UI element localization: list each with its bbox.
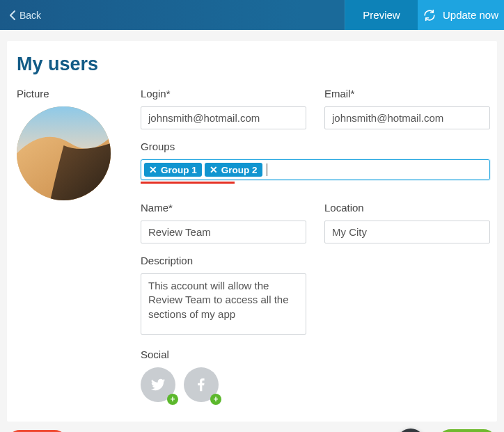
facebook-button[interactable]: + [184,367,219,402]
refresh-icon [423,9,436,22]
login-field: Login* [141,88,306,129]
groups-input-wrap[interactable]: ✕ Group 1 ✕ Group 2 [141,159,490,180]
location-field: Location [324,202,490,243]
location-label: Location [324,202,490,214]
group-tag: ✕ Group 2 [205,163,262,177]
avatar[interactable] [17,106,111,200]
group-tag: ✕ Group 1 [144,163,202,177]
page-title: My users [17,54,487,75]
login-input[interactable] [141,106,306,129]
name-label: Name* [141,202,306,214]
preview-button[interactable]: Preview [345,0,418,30]
chevron-left-icon [10,10,15,20]
preview-label: Preview [363,9,400,21]
help-chat-button[interactable]: ? [397,429,425,432]
name-field: Name* [141,202,306,243]
group-tag-label: Group 2 [221,165,258,175]
login-label: Login* [141,88,306,99]
groups-text-input[interactable] [270,163,487,177]
delete-button[interactable]: Delete [7,430,68,433]
social-label: Social [141,349,306,360]
back-label: Back [19,10,41,21]
update-now-button[interactable]: Update now [418,0,504,30]
twitter-icon [150,377,166,392]
picture-label: Picture [17,88,135,99]
name-input[interactable] [141,221,306,243]
description-input[interactable] [141,273,306,335]
groups-label: Groups [141,141,490,152]
description-label: Description [141,255,306,266]
remove-tag-icon[interactable]: ✕ [149,164,157,175]
save-button[interactable]: Save [437,429,497,433]
social-icons-row: + + [141,367,306,402]
validation-underline [141,182,235,184]
email-input[interactable] [324,106,490,129]
avatar-image [17,106,111,200]
back-button[interactable]: Back [0,0,51,30]
topbar-spacer [51,0,345,30]
top-bar: Back Preview Update now [0,0,504,30]
email-field: Email* [324,88,490,129]
plus-badge-icon: + [210,394,221,405]
email-label: Email* [324,88,490,99]
twitter-button[interactable]: + [141,367,175,402]
location-input[interactable] [324,221,490,243]
picture-column: Picture [17,88,135,413]
groups-field: Groups ✕ Group 1 ✕ Group 2 [141,141,490,184]
group-tag-label: Group 1 [161,165,197,175]
fields-column: Login* Email* Groups ✕ Group 1 [141,88,490,413]
remove-tag-icon[interactable]: ✕ [210,164,218,175]
facebook-icon [194,377,209,392]
footer: Delete ? Save [7,429,497,432]
update-label: Update now [443,9,498,21]
plus-badge-icon: + [167,394,178,405]
description-field: Description [141,255,306,337]
user-form: Picture [17,88,487,413]
page-content: My users Picture [7,41,497,422]
social-field: Social + + [141,349,306,402]
text-cursor [267,163,267,176]
